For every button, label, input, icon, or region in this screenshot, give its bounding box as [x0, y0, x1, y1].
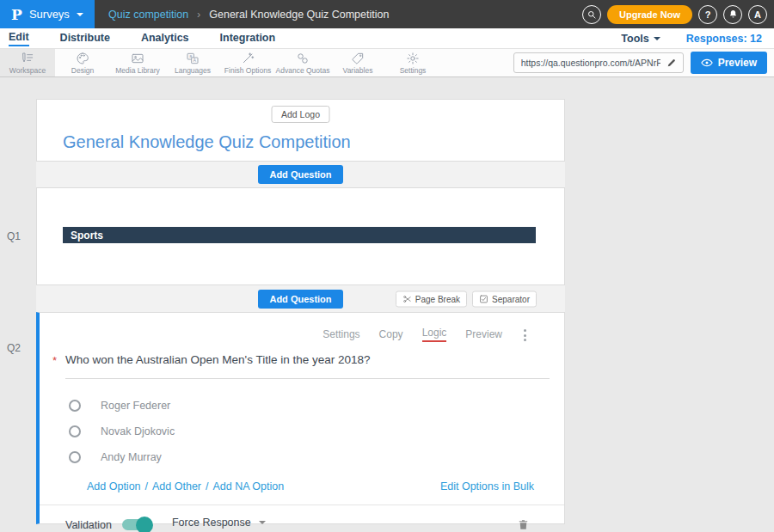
questionpro-logo: P	[11, 6, 22, 23]
notifications-button[interactable]	[723, 5, 742, 24]
answer-option-label[interactable]: Andy Murray	[101, 451, 162, 463]
q1-section-card[interactable]: Sports	[36, 187, 565, 285]
separator-label: Separator	[492, 294, 530, 303]
answer-option-row[interactable]: Novak Djokovic	[69, 419, 564, 444]
toolbar-item-label: Advance Quotas	[276, 66, 330, 75]
nav-tab-distribute[interactable]: Distribute	[60, 32, 110, 46]
toolbar-item-workspace[interactable]: Workspace	[0, 49, 55, 76]
chevron-down-icon	[654, 37, 660, 40]
question-text-row: * Who won the Australian Open Men's Titl…	[52, 353, 550, 379]
nav-right: Tools Responses: 12	[621, 33, 762, 45]
option-links-row: Add Option / Add Other / Add NA Option E…	[87, 480, 534, 492]
workspace-icon	[21, 52, 34, 65]
add-other-link[interactable]: Add Other	[152, 480, 201, 492]
survey-url-input[interactable]	[514, 58, 660, 68]
chevron-down-icon	[77, 13, 83, 16]
validation-row: Validation Force Response	[65, 517, 530, 532]
validation-type-value: Force Response	[172, 517, 251, 529]
add-na-option-link[interactable]: Add NA Option	[213, 480, 285, 492]
avatar[interactable]: A	[748, 5, 767, 24]
design-icon	[76, 52, 89, 65]
toggle-knob	[136, 517, 153, 532]
toolbar-item-advance-quotas[interactable]: Advance Quotas	[275, 49, 330, 76]
toolbar-item-label: Languages	[175, 66, 211, 75]
question-number-q1: Q1	[7, 230, 21, 242]
link-separator: /	[206, 480, 208, 492]
survey-url-field	[513, 52, 684, 73]
separator-button[interactable]: Separator	[472, 290, 537, 307]
toolbar-item-variables[interactable]: Variables	[330, 49, 385, 76]
preview-button[interactable]: Preview	[691, 52, 767, 74]
chevron-down-icon	[259, 521, 266, 524]
required-marker: *	[52, 353, 65, 379]
question-text[interactable]: Who won the Australian Open Men's Title …	[65, 353, 550, 379]
responses-count-link[interactable]: Responses: 12	[686, 33, 762, 45]
question-settings-link[interactable]: Settings	[322, 328, 359, 340]
page-break-button[interactable]: Page Break	[396, 290, 467, 307]
edit-options-in-bulk-link[interactable]: Edit Options in Bulk	[440, 480, 534, 492]
variables-icon	[351, 52, 365, 65]
radio-button-icon[interactable]	[69, 451, 81, 463]
add-question-button[interactable]: Add Question	[258, 165, 342, 184]
radio-button-icon[interactable]	[69, 425, 81, 437]
edit-toolbar: Workspace Design Media Library aA Langua…	[0, 49, 774, 77]
add-logo-button[interactable]: Add Logo	[271, 106, 330, 123]
answer-options: Roger Federer Novak Djokovic Andy Murray	[69, 393, 564, 470]
upgrade-now-button[interactable]: Upgrade Now	[607, 5, 692, 24]
kebab-menu-icon[interactable]	[522, 327, 528, 343]
tools-label: Tools	[621, 33, 648, 45]
search-icon	[587, 9, 597, 20]
answer-option-label[interactable]: Novak Djokovic	[101, 425, 175, 437]
question-logic-link[interactable]: Logic	[422, 327, 447, 342]
radio-button-icon[interactable]	[69, 400, 81, 412]
add-question-button[interactable]: Add Question	[258, 290, 342, 309]
survey-workspace: Q1 Q2 Add Logo General Knowledge Quiz Co…	[0, 77, 774, 532]
breadcrumb: Quiz competition › General Knowledge Qui…	[108, 9, 389, 21]
add-option-link[interactable]: Add Option	[87, 480, 141, 492]
nav-tab-analytics[interactable]: Analytics	[141, 32, 189, 46]
toolbar-item-design[interactable]: Design	[55, 49, 110, 76]
breadcrumb-folder-link[interactable]: Quiz competition	[108, 9, 188, 21]
surveys-menu[interactable]: P Surveys	[0, 0, 95, 28]
svg-text:A: A	[194, 58, 197, 63]
nav-tab-integration[interactable]: Integration	[220, 32, 276, 46]
insert-controls: Page Break Separator	[396, 290, 537, 307]
toolbar-item-settings[interactable]: Settings	[385, 49, 440, 76]
validation-label: Validation	[65, 519, 112, 531]
toolbar-item-label: Design	[71, 66, 94, 75]
survey-canvas: Add Logo General Knowledge Quiz Competit…	[36, 77, 565, 524]
help-button[interactable]: ?	[698, 5, 717, 24]
page-break-label: Page Break	[415, 294, 460, 303]
validation-type-dropdown[interactable]: Force Response	[172, 517, 266, 532]
answer-option-row[interactable]: Roger Federer	[69, 393, 564, 419]
toolbar-item-finish-options[interactable]: Finish Options	[220, 49, 275, 76]
nav-tab-edit[interactable]: Edit	[9, 31, 29, 46]
preview-label: Preview	[718, 57, 757, 69]
link-separator: /	[145, 480, 148, 492]
finish-options-icon	[241, 52, 255, 65]
advance-quotas-icon	[296, 52, 310, 65]
breadcrumb-separator: ›	[197, 9, 200, 21]
scissors-icon	[402, 294, 412, 303]
validation-toggle[interactable]	[122, 519, 151, 530]
toolbar-right: Preview	[513, 49, 767, 76]
q1-section-title-bar[interactable]: Sports	[63, 227, 536, 243]
tools-dropdown[interactable]: Tools	[621, 33, 660, 45]
media-library-icon	[131, 52, 144, 65]
survey-title[interactable]: General Knowledge Quiz Competition	[63, 132, 351, 152]
q2-question-card: Settings Copy Logic Preview * Who won th…	[36, 312, 565, 524]
question-copy-link[interactable]: Copy	[379, 328, 403, 340]
answer-option-row[interactable]: Andy Murray	[69, 444, 564, 470]
bell-icon	[728, 9, 739, 20]
survey-header-card: Add Logo General Knowledge Quiz Competit…	[36, 99, 565, 162]
toolbar-item-label: Settings	[400, 66, 427, 75]
answer-option-label[interactable]: Roger Federer	[101, 400, 170, 412]
delete-question-button[interactable]	[517, 518, 530, 531]
toolbar-item-languages[interactable]: aA Languages	[165, 49, 220, 76]
edit-url-button[interactable]	[660, 53, 683, 72]
search-button[interactable]	[582, 5, 601, 24]
eye-icon	[701, 57, 713, 69]
toolbar-item-label: Finish Options	[224, 66, 271, 75]
question-preview-link[interactable]: Preview	[465, 328, 502, 340]
toolbar-item-media-library[interactable]: Media Library	[110, 49, 165, 76]
